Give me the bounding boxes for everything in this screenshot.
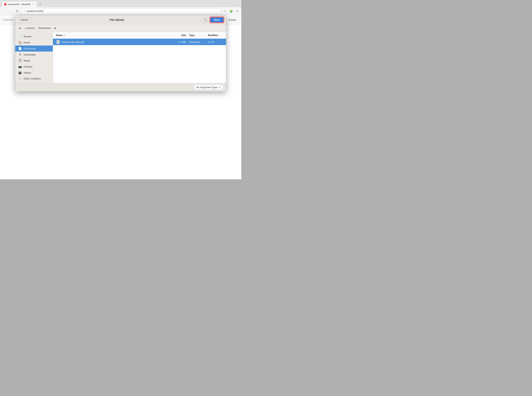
cancel-button[interactable]: Cancel <box>17 17 31 23</box>
browser-chrome: summarizer · Streamlit × + ⌄ ← → ↻ 🛡 loc… <box>0 0 241 15</box>
file-type: Document <box>189 41 208 43</box>
url-text: localhost:43261 <box>27 10 219 12</box>
music-icon: 🎵 <box>18 59 22 62</box>
sidebar-documents-label: Documents <box>23 47 36 50</box>
dialog-footer: All Supported Types ▼ <box>15 83 226 91</box>
home-sidebar-icon: 🏠 <box>18 41 22 44</box>
tab-bar: summarizer · Streamlit × + ⌄ <box>0 0 241 7</box>
tab-overflow-button[interactable]: ⌄ <box>237 2 240 6</box>
svg-rect-1 <box>57 41 58 41</box>
dialog-header: Cancel File Upload 🔍 Open <box>15 15 226 24</box>
dialog-sidebar: 🕐 Recent 🏠 Home 📄 Documents ⬇ Downloads … <box>15 32 53 83</box>
documents-icon: 📄 <box>18 47 22 50</box>
file-upload-dialog: Cancel File Upload 🔍 Open ◀ ⌂ instruct D… <box>15 15 226 92</box>
sidebar-home-label: Home <box>23 41 30 44</box>
breadcrumb-home-item[interactable]: ⌂ instruct <box>23 26 36 30</box>
back-button[interactable]: ← <box>1 8 7 14</box>
column-header-modified[interactable]: Modified <box>208 34 223 37</box>
sidebar-downloads-label: Downloads <box>23 53 36 56</box>
file-row[interactable]: marty-mcfly-auto.pdf 1.2 MB Document 17:… <box>53 39 226 45</box>
breadcrumb-forward-button[interactable]: ▶ <box>53 26 57 30</box>
dialog-title: File Upload <box>32 18 201 21</box>
filter-dropdown-arrow-icon: ▼ <box>219 86 221 88</box>
column-header-type[interactable]: Type <box>189 34 208 37</box>
page-brand-text: Customer <box>3 18 14 21</box>
nav-bar: ← → ↻ 🛡 localhost:43261 ☆ 🧩 ≡ <box>0 7 241 15</box>
file-pdf-icon <box>56 40 60 44</box>
home-icon: ⌂ <box>24 27 26 30</box>
sidebar-recent-label: Recent <box>23 35 31 38</box>
pictures-icon: 📷 <box>18 65 22 68</box>
new-tab-button[interactable]: + <box>38 2 43 7</box>
tab-favicon <box>4 3 7 6</box>
sidebar-item-recent[interactable]: 🕐 Recent <box>15 33 53 40</box>
reload-button[interactable]: ↻ <box>14 8 20 14</box>
security-shield-icon: 🛡 <box>23 10 25 12</box>
dialog-file-content: Name ▼ Size Type Modified <box>53 32 226 83</box>
menu-button[interactable]: ≡ <box>235 8 240 14</box>
column-header-name[interactable]: Name ▼ <box>56 34 174 37</box>
file-size: 1.2 MB <box>174 41 189 43</box>
deploy-button[interactable]: Deploy <box>227 17 238 22</box>
dialog-breadcrumb-nav: ◀ ⌂ instruct Documents ▶ <box>15 24 226 32</box>
sidebar-item-music[interactable]: 🎵 Music <box>15 58 53 64</box>
breadcrumb-back-button[interactable]: ◀ <box>17 26 22 30</box>
sort-arrow-icon: ▼ <box>63 34 65 36</box>
sidebar-other-locations-label: Other Locations <box>23 77 41 80</box>
active-tab[interactable]: summarizer · Streamlit × <box>1 1 37 7</box>
file-name: marty-mcfly-auto.pdf <box>62 41 174 43</box>
file-modified: 17:10 <box>208 41 223 43</box>
file-list: marty-mcfly-auto.pdf 1.2 MB Document 17:… <box>53 39 226 83</box>
downloads-icon: ⬇ <box>18 53 22 56</box>
sidebar-item-documents[interactable]: 📄 Documents <box>15 46 53 52</box>
sidebar-pictures-label: Pictures <box>23 65 32 68</box>
sidebar-item-videos[interactable]: 🎬 Videos <box>15 70 53 76</box>
open-button[interactable]: Open <box>210 17 224 23</box>
sidebar-item-home[interactable]: 🏠 Home <box>15 40 53 46</box>
videos-icon: 🎬 <box>18 71 22 74</box>
tab-title: summarizer · Streamlit <box>8 3 30 6</box>
breadcrumb-current-label: Documents <box>38 27 51 29</box>
sidebar-music-label: Music <box>23 59 30 62</box>
bookmark-button[interactable]: ☆ <box>222 8 228 14</box>
file-list-header: Name ▼ Size Type Modified <box>53 32 226 39</box>
breadcrumb-home-label: instruct <box>27 27 34 29</box>
sidebar-item-pictures[interactable]: 📷 Pictures <box>15 64 53 70</box>
forward-button[interactable]: → <box>8 8 13 14</box>
sidebar-item-downloads[interactable]: ⬇ Downloads <box>15 52 53 58</box>
svg-rect-3 <box>57 42 59 42</box>
filter-label: All Supported Types <box>196 86 218 89</box>
recent-icon: 🕐 <box>18 35 22 38</box>
search-icon: 🔍 <box>204 18 207 21</box>
search-button[interactable]: 🔍 <box>203 17 209 23</box>
tab-close-button[interactable]: × <box>31 3 34 6</box>
extensions-button[interactable]: 🧩 <box>228 8 234 14</box>
address-bar[interactable]: 🛡 localhost:43261 <box>21 8 221 14</box>
breadcrumb-current-item[interactable]: Documents <box>37 26 52 30</box>
file-type-filter-dropdown[interactable]: All Supported Types ▼ <box>194 85 223 90</box>
sidebar-item-other-locations[interactable]: + Other Locations <box>15 76 53 82</box>
nav-actions: ☆ 🧩 ≡ <box>222 8 240 14</box>
dialog-body: 🕐 Recent 🏠 Home 📄 Documents ⬇ Downloads … <box>15 32 226 83</box>
column-header-size[interactable]: Size <box>174 34 189 37</box>
other-locations-icon: + <box>18 77 22 80</box>
svg-rect-2 <box>57 41 59 41</box>
sidebar-videos-label: Videos <box>23 71 31 74</box>
